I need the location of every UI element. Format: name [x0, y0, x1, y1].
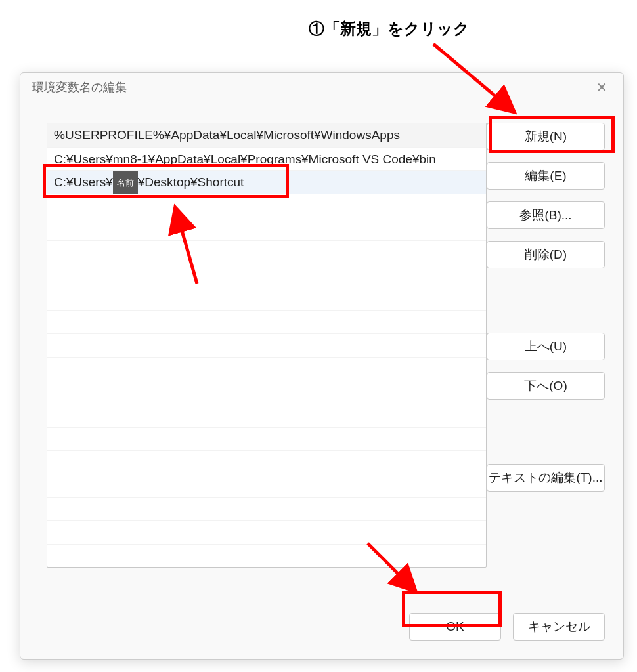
dialog-body: %USERPROFILE%¥AppData¥Local¥Microsoft¥Wi…: [20, 102, 623, 659]
redacted-username: 名前: [113, 171, 138, 193]
new-button[interactable]: 新規(N): [487, 123, 605, 150]
list-item[interactable]: [47, 310, 486, 334]
delete-button[interactable]: 削除(D): [487, 241, 605, 268]
edit-text-button[interactable]: テキストの編集(T)...: [487, 464, 605, 492]
close-button[interactable]: ✕: [586, 75, 617, 100]
list-item[interactable]: C:¥Users¥mn8-1¥AppData¥Local¥Programs¥Mi…: [47, 147, 486, 171]
list-item[interactable]: [47, 520, 486, 544]
edit-button[interactable]: 編集(E): [487, 162, 605, 190]
list-item[interactable]: [47, 404, 486, 427]
list-item[interactable]: [47, 240, 486, 264]
browse-button[interactable]: 参照(B)...: [487, 201, 605, 229]
path-text-prefix: C:¥Users¥: [54, 175, 113, 189]
list-item[interactable]: [47, 357, 486, 381]
list-item[interactable]: [47, 450, 486, 474]
list-item[interactable]: [47, 287, 486, 310]
list-item[interactable]: [47, 497, 486, 521]
annotation-step1: ①「新規」をクリック: [309, 18, 470, 39]
move-down-button[interactable]: 下へ(O): [487, 372, 605, 400]
dialog-bottom-buttons: OK キャンセル: [409, 613, 605, 640]
list-item-selected[interactable]: C:¥Users¥名前¥Desktop¥Shortcut: [47, 170, 486, 194]
list-item[interactable]: [47, 544, 486, 568]
cancel-button[interactable]: キャンセル: [513, 613, 605, 640]
dialog-titlebar: 環境変数名の編集 ✕: [20, 73, 623, 102]
dialog-title: 環境変数名の編集: [32, 79, 586, 95]
path-text-suffix: ¥Desktop¥Shortcut: [138, 175, 244, 189]
path-list[interactable]: %USERPROFILE%¥AppData¥Local¥Microsoft¥Wi…: [47, 123, 487, 568]
side-button-column: 新規(N) 編集(E) 参照(B)... 削除(D) 上へ(U) 下へ(O) テ…: [487, 123, 605, 503]
list-item[interactable]: %USERPROFILE%¥AppData¥Local¥Microsoft¥Wi…: [47, 123, 486, 147]
list-item[interactable]: [47, 194, 486, 217]
dialog-edit-env-var: 環境変数名の編集 ✕ %USERPROFILE%¥AppData¥Local¥M…: [20, 72, 624, 660]
list-item[interactable]: [47, 427, 486, 451]
list-item[interactable]: [47, 264, 486, 287]
list-item[interactable]: [47, 474, 486, 497]
close-icon: ✕: [596, 79, 607, 95]
move-up-button[interactable]: 上へ(U): [487, 333, 605, 360]
list-item[interactable]: [47, 381, 486, 404]
list-item[interactable]: [47, 333, 486, 357]
ok-button[interactable]: OK: [409, 613, 501, 640]
list-item[interactable]: [47, 217, 486, 240]
